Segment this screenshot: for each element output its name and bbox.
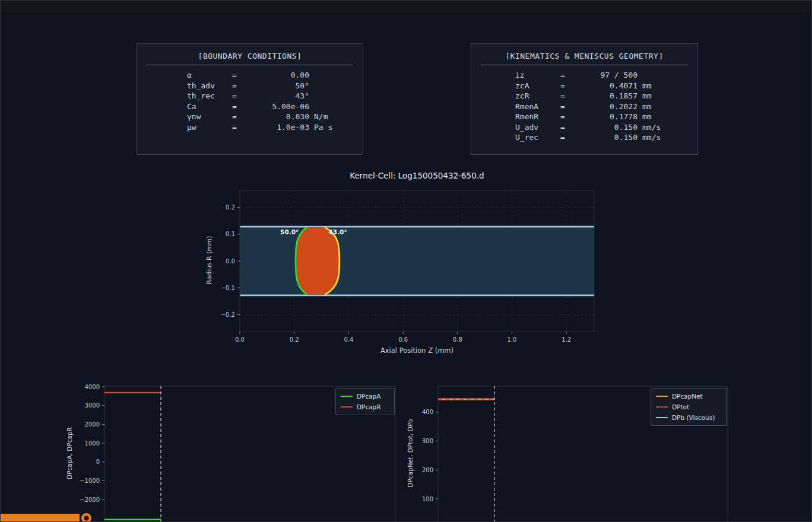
param-row: U_rec = 0.150 mm/s [471, 132, 697, 143]
panel-title: [KINEMATICS & MENISCUS GEOMETRY] [471, 44, 697, 61]
param-unit: mm [642, 91, 652, 101]
meniscus-y-axis-label: Radius R (mm) [205, 213, 213, 308]
panel-kinematics-geometry: [KINEMATICS & MENISCUS GEOMETRY] iz = 97… [471, 43, 698, 155]
param-row: RmenR = 0.1778 mm [471, 112, 697, 122]
param-row: U_adv = 0.150 mm/s [471, 122, 697, 133]
legend-entry: DPtot [656, 402, 722, 412]
param-label: Ca [187, 101, 232, 112]
svg-text:−2000: −2000 [80, 496, 100, 503]
equals-sign: = [232, 112, 248, 122]
svg-text:−0.1: −0.1 [221, 285, 235, 291]
svg-text:300: 300 [422, 438, 433, 444]
svg-text:0: 0 [96, 459, 100, 465]
dpcap-y-axis-label: DPcapA, DPcapR [66, 406, 73, 501]
legend-label: DPtot [672, 403, 689, 410]
param-value: 43° [248, 91, 309, 101]
svg-text:−1000: −1000 [80, 478, 100, 484]
equals-sign: = [560, 122, 576, 133]
param-value: 0.1778 [576, 112, 637, 122]
frame-slider-fill [1, 514, 80, 522]
param-value: 0.150 [576, 122, 637, 133]
param-value: 97 / 500 [576, 70, 637, 81]
param-row: μw = 1.0e-03 Pa s [137, 122, 363, 133]
param-label: zcR [515, 91, 560, 101]
param-label: th_adv [187, 81, 232, 91]
param-label: U_adv [515, 122, 560, 133]
equals-sign: = [232, 101, 248, 112]
panel-divider [147, 65, 353, 65]
simulation-viewer-window: [BOUNDARY CONDITIONS] α = 0.00 th_adv = … [0, 0, 812, 522]
svg-text:0.4: 0.4 [344, 336, 353, 343]
svg-text:0.0: 0.0 [235, 336, 245, 343]
param-unit: mm [642, 112, 652, 122]
param-row: γnw = 0.030 N/m [137, 112, 363, 122]
panel-title: [BOUNDARY CONDITIONS] [137, 44, 363, 61]
param-unit: Pa s [314, 122, 332, 133]
svg-text:1.2: 1.2 [562, 336, 571, 343]
svg-text:1000: 1000 [85, 440, 100, 447]
param-unit: N/m [314, 112, 328, 122]
param-label: γnw [187, 112, 232, 122]
svg-text:4000: 4000 [85, 384, 100, 390]
svg-text:0.1: 0.1 [226, 231, 235, 237]
param-row: RmenA = 0.2022 mm [471, 101, 697, 112]
param-row: α = 0.00 [137, 70, 363, 81]
equals-sign: = [232, 81, 248, 91]
param-value: 0.4071 [576, 81, 637, 91]
param-value: 0.1857 [576, 91, 637, 101]
svg-text:200: 200 [422, 467, 433, 473]
equals-sign: = [560, 112, 576, 122]
svg-text:100: 100 [422, 496, 433, 502]
param-value: 50° [248, 81, 309, 91]
svg-text:−0.2: −0.2 [221, 311, 235, 318]
dptot-y-axis-label: DPcapNet, DPtot, DPb [407, 406, 414, 501]
param-label: RmenR [515, 112, 560, 122]
param-label: zcA [515, 81, 560, 91]
param-unit: mm/s [642, 132, 661, 143]
svg-text:43.0°: 43.0° [329, 228, 347, 235]
equals-sign: = [232, 122, 248, 133]
param-label: α [187, 70, 232, 81]
param-unit: mm [642, 81, 652, 91]
panel-boundary-conditions: [BOUNDARY CONDITIONS] α = 0.00 th_adv = … [137, 43, 363, 155]
legend-entry: DPcapR [341, 402, 389, 412]
svg-text:0.2: 0.2 [290, 336, 299, 343]
equals-sign: = [560, 81, 576, 91]
param-row: Ca = 5.00e-06 [137, 101, 363, 112]
legend-swatch [656, 396, 668, 397]
dptot-legend: DPcapNet DPtot DPb (Viscous) [651, 388, 727, 426]
equals-sign: = [560, 101, 576, 112]
param-label: th_rec [187, 91, 232, 101]
param-value: 0.030 [248, 112, 309, 122]
dpcap-legend: DPcapA DPcapR [335, 388, 395, 415]
legend-swatch [341, 406, 353, 408]
equals-sign: = [560, 132, 576, 143]
legend-entry: DPcapA [341, 391, 389, 402]
legend-entry: DPb (Viscous) [656, 412, 722, 423]
param-row: iz = 97 / 500 [471, 70, 697, 81]
param-value: 0.00 [248, 70, 309, 81]
svg-text:3000: 3000 [85, 402, 100, 409]
param-value: 0.2022 [576, 101, 637, 112]
svg-text:0.2: 0.2 [226, 204, 235, 211]
param-label: RmenA [515, 101, 560, 112]
window-title-bar [1, 1, 811, 14]
param-label: iz [515, 70, 560, 81]
meniscus-x-axis-label: Axial Position Z (mm) [240, 346, 594, 355]
equals-sign: = [560, 70, 576, 81]
svg-text:2000: 2000 [85, 421, 100, 428]
frame-slider-track[interactable] [1, 513, 811, 522]
frame-slider-knob[interactable] [81, 513, 91, 522]
param-value: 1.0e-03 [248, 122, 309, 133]
legend-label: DPcapNet [672, 393, 703, 400]
param-row: th_adv = 50° [137, 81, 363, 91]
legend-entry: DPcapNet [656, 391, 722, 402]
equals-sign: = [232, 70, 248, 81]
svg-text:0.0: 0.0 [226, 258, 235, 265]
meniscus-chart: 50.0°43.0°0.00.20.40.60.81.01.2−0.2−0.10… [202, 184, 606, 362]
legend-swatch [656, 417, 668, 418]
svg-text:50.0°: 50.0° [280, 228, 299, 235]
param-unit: mm/s [642, 122, 661, 133]
legend-label: DPb (Viscous) [672, 414, 715, 421]
svg-text:0.6: 0.6 [398, 336, 408, 343]
